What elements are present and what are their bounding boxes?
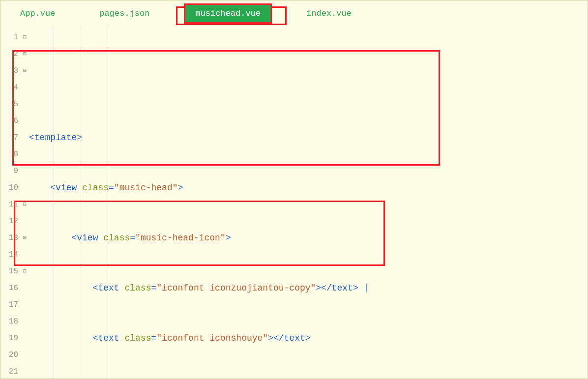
fold-icon[interactable]: ⊟: [20, 62, 29, 79]
code-line: <template>: [29, 129, 588, 146]
code-line: <view class="music-head">: [29, 179, 588, 196]
code-content[interactable]: <template> <view class="music-head"> <vi…: [29, 27, 588, 379]
fold-icon[interactable]: ⊟: [20, 263, 29, 280]
tab-bar: App.vue pages.json musichead.vue index.v…: [0, 0, 588, 27]
fold-icon[interactable]: ⊟: [20, 29, 29, 46]
code-editor: App.vue pages.json musichead.vue index.v…: [0, 0, 588, 379]
fold-icon[interactable]: ⊟: [20, 230, 29, 246]
tab-index-vue[interactable]: index.vue: [296, 5, 361, 22]
code-area[interactable]: 123 456 789 101112 131415 161718 192021 …: [0, 27, 588, 379]
fold-icon[interactable]: ⊟: [20, 196, 29, 213]
tab-pages-json[interactable]: pages.json: [89, 5, 159, 22]
fold-gutter: ⊟ ⊟ ⊟ ⊟ ⊟ ⊟: [20, 27, 29, 379]
tab-app-vue[interactable]: App.vue: [10, 5, 65, 22]
code-line: <text class="iconfont iconshouye"></text…: [29, 330, 588, 347]
line-number-gutter: 123 456 789 101112 131415 161718 192021: [0, 27, 20, 379]
code-line: <view class="music-head-icon">: [29, 230, 588, 246]
tab-musichead-vue[interactable]: musichead.vue: [184, 3, 272, 24]
code-line: <text class="iconfont iconzuojiantou-cop…: [29, 280, 588, 296]
fold-icon[interactable]: ⊟: [20, 46, 29, 62]
